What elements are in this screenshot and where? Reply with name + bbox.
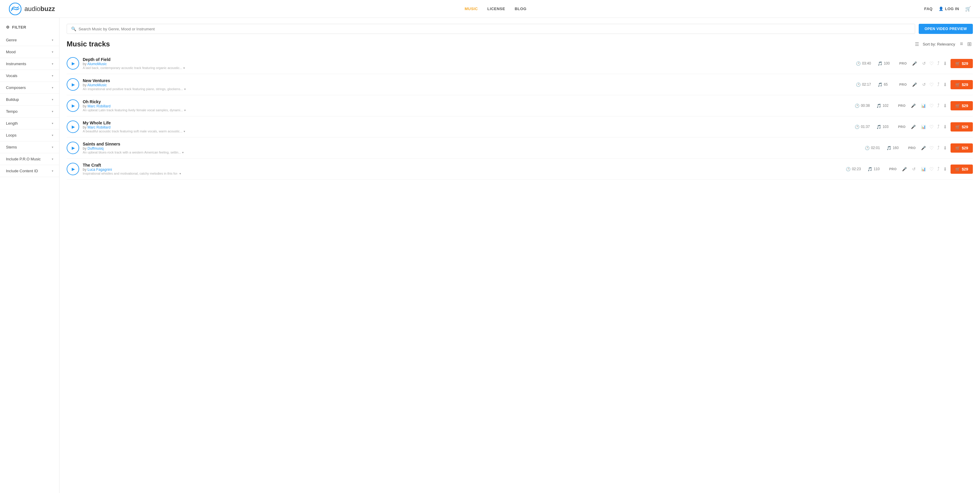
track-composer: by AlumoMusic	[83, 62, 852, 66]
composer-link[interactable]: Luca Fagagnini	[88, 167, 112, 172]
nav-right: FAQ 👤 LOG IN 🛒	[924, 6, 971, 12]
price-label: $29	[962, 146, 968, 150]
sidebar-item-length[interactable]: Length ▾	[0, 118, 59, 129]
track-meta: 🕐 02:23 🎵 110 PRO 🎤 ↺ 📊	[846, 167, 926, 172]
sidebar-item-mood[interactable]: Mood ▾	[0, 46, 59, 58]
track-duration: 🕐 00:38	[855, 103, 871, 108]
search-input[interactable]	[79, 27, 911, 31]
composer-link[interactable]: AlumoMusic	[87, 83, 107, 87]
cart-icon[interactable]: 🛒	[965, 6, 971, 12]
buy-button[interactable]: 🛒 $29	[951, 143, 973, 153]
logo-area[interactable]: audiobuzz	[9, 3, 55, 15]
favorite-icon[interactable]: ♡	[929, 166, 934, 172]
composer-link[interactable]: Marc Robillard	[88, 104, 110, 108]
sidebar-item-stems[interactable]: Stems ▾	[0, 142, 59, 153]
vocals-icon: 🎤	[911, 103, 916, 108]
sidebar-item-pro-music[interactable]: Include P.R.O Music ▾	[0, 153, 59, 165]
nav-license[interactable]: LICENSE	[487, 6, 505, 11]
nav-login[interactable]: 👤 LOG IN	[939, 6, 959, 11]
share-icon[interactable]: ⤴	[937, 82, 940, 87]
play-button[interactable]: ▶	[67, 57, 79, 70]
chevron-down-icon: ▾	[52, 157, 53, 161]
sidebar-item-buildup[interactable]: Buildup ▾	[0, 94, 59, 106]
buy-button[interactable]: 🛒 $29	[951, 101, 973, 110]
sort-area: ☰ Sort by: Relevancy ≡ ⊞	[915, 40, 973, 48]
download-icon[interactable]: ⬇	[943, 124, 947, 130]
buy-button[interactable]: 🛒 $29	[951, 122, 973, 132]
buy-button[interactable]: 🛒 $29	[951, 59, 973, 68]
track-duration: 🕐 01:37	[855, 125, 871, 129]
track-bpm: 🎵 100	[878, 61, 894, 66]
track-description: An inspirational and positive track feat…	[83, 87, 183, 91]
play-button[interactable]: ▶	[67, 99, 79, 112]
list-view-icon[interactable]: ≡	[959, 40, 964, 48]
play-button[interactable]: ▶	[67, 163, 79, 175]
sidebar-item-tempo[interactable]: Tempo ▾	[0, 106, 59, 118]
price-label: $29	[962, 61, 968, 66]
open-video-preview-button[interactable]: OPEN VIDEO PREVIEW	[919, 24, 973, 34]
track-bpm: 🎵 110	[867, 167, 884, 172]
chevron-down-icon: ▾	[52, 122, 53, 125]
expand-button[interactable]: ▾	[184, 130, 185, 133]
sidebar-item-instruments[interactable]: Instruments ▾	[0, 58, 59, 70]
nav-faq[interactable]: FAQ	[924, 6, 932, 11]
clock-icon: 🕐	[855, 103, 859, 108]
main-layout: ⚙ FILTER Genre ▾ Mood ▾ Instruments ▾ Vo…	[0, 18, 980, 493]
tracks-header: Music tracks ☰ Sort by: Relevancy ≡ ⊞	[67, 40, 973, 48]
clock-icon: 🕐	[856, 61, 861, 66]
track-title: Oh Ricky	[83, 99, 851, 104]
expand-button[interactable]: ▾	[180, 172, 181, 175]
clock-icon: 🕐	[865, 146, 870, 150]
composer-link[interactable]: AlumoMusic	[87, 62, 107, 66]
download-icon[interactable]: ⬇	[943, 145, 947, 151]
sidebar-item-genre[interactable]: Genre ▾	[0, 34, 59, 46]
track-title: The Craft	[83, 163, 842, 167]
expand-button[interactable]: ▾	[182, 151, 184, 154]
share-icon[interactable]: ⤴	[937, 166, 940, 172]
track-description: A laid back, contemporary acoustic track…	[83, 66, 182, 70]
duration-value: 02:23	[852, 167, 861, 171]
track-actions: ♡ ⤴ ⬇ 🛒 $29	[929, 122, 973, 132]
expand-button[interactable]: ▾	[184, 87, 186, 91]
play-button[interactable]: ▶	[67, 121, 79, 133]
share-icon[interactable]: ⤴	[937, 145, 940, 151]
sidebar-item-vocals[interactable]: Vocals ▾	[0, 70, 59, 82]
favorite-icon[interactable]: ♡	[929, 61, 934, 66]
table-row: ▶ Depth of Field by AlumoMusic A laid ba…	[67, 53, 973, 74]
download-icon[interactable]: ⬇	[943, 61, 947, 66]
expand-button[interactable]: ▾	[183, 66, 185, 70]
cart-icon: 🛒	[955, 61, 960, 66]
loop-icon: ↺	[922, 61, 926, 66]
download-icon[interactable]: ⬇	[943, 82, 947, 87]
share-icon[interactable]: ⤴	[937, 103, 940, 108]
composer-link[interactable]: Marc Robillard	[88, 125, 110, 129]
buy-button[interactable]: 🛒 $29	[951, 165, 973, 174]
play-button[interactable]: ▶	[67, 142, 79, 154]
favorite-icon[interactable]: ♡	[929, 124, 934, 130]
track-meta: 🕐 03:40 🎵 100 PRO 🎤 ↺	[856, 61, 926, 66]
grid-view-icon[interactable]: ⊞	[966, 40, 973, 48]
expand-button[interactable]: ▾	[184, 108, 186, 112]
download-icon[interactable]: ⬇	[943, 166, 947, 172]
stems-icon: 📊	[921, 125, 926, 129]
sidebar-item-composers[interactable]: Composers ▾	[0, 82, 59, 94]
download-icon[interactable]: ⬇	[943, 103, 947, 108]
share-icon[interactable]: ⤴	[937, 61, 940, 66]
share-icon[interactable]: ⤴	[937, 124, 940, 129]
buy-button[interactable]: 🛒 $29	[951, 80, 973, 89]
track-actions: ♡ ⤴ ⬇ 🛒 $29	[929, 80, 973, 89]
bpm-value: 100	[884, 61, 890, 65]
sidebar-item-content-id[interactable]: Include Content ID ▾	[0, 165, 59, 177]
search-input-wrap[interactable]: 🔍	[67, 24, 915, 34]
favorite-icon[interactable]: ♡	[929, 103, 934, 108]
composer-link[interactable]: Duffmusiq	[88, 146, 103, 151]
chevron-down-icon: ▾	[52, 145, 53, 149]
favorite-icon[interactable]: ♡	[929, 82, 934, 87]
sidebar-item-loops[interactable]: Loops ▾	[0, 129, 59, 142]
nav-blog[interactable]: BLOG	[515, 6, 527, 11]
track-description: A beautiful acoustic track featuring sof…	[83, 129, 183, 133]
track-meta: 🕐 02:17 🎵 65 PRO 🎤 ↺	[856, 82, 926, 87]
favorite-icon[interactable]: ♡	[929, 145, 934, 151]
play-button[interactable]: ▶	[67, 78, 79, 91]
nav-music[interactable]: MUSIC	[465, 6, 478, 11]
